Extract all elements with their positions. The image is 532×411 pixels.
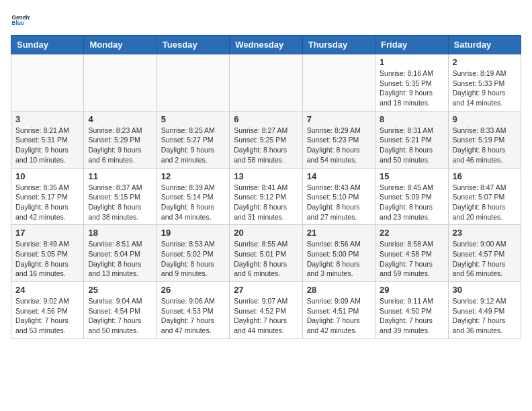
calendar-cell: 17Sunrise: 8:49 AM Sunset: 5:05 PM Dayli… bbox=[11, 225, 84, 282]
day-info: Sunrise: 8:49 AM Sunset: 5:05 PM Dayligh… bbox=[15, 239, 79, 279]
calendar-cell: 25Sunrise: 9:04 AM Sunset: 4:54 PM Dayli… bbox=[84, 282, 157, 339]
day-info: Sunrise: 8:43 AM Sunset: 5:10 PM Dayligh… bbox=[307, 183, 371, 222]
day-number: 4 bbox=[88, 114, 152, 124]
day-number: 20 bbox=[234, 228, 298, 238]
day-header-wednesday: Wednesday bbox=[230, 36, 302, 54]
day-number: 30 bbox=[453, 285, 517, 295]
day-number: 9 bbox=[453, 114, 517, 124]
calendar-header-row: SundayMondayTuesdayWednesdayThursdayFrid… bbox=[11, 36, 521, 54]
calendar-cell: 9Sunrise: 8:33 AM Sunset: 5:19 PM Daylig… bbox=[448, 111, 521, 168]
calendar-cell: 28Sunrise: 9:09 AM Sunset: 4:51 PM Dayli… bbox=[302, 282, 375, 339]
calendar-cell: 16Sunrise: 8:47 AM Sunset: 5:07 PM Dayli… bbox=[448, 168, 521, 225]
day-number: 26 bbox=[161, 285, 225, 295]
calendar-cell: 12Sunrise: 8:39 AM Sunset: 5:14 PM Dayli… bbox=[157, 168, 229, 225]
day-info: Sunrise: 8:23 AM Sunset: 5:29 PM Dayligh… bbox=[88, 126, 152, 165]
day-info: Sunrise: 9:07 AM Sunset: 4:52 PM Dayligh… bbox=[234, 296, 298, 336]
day-header-thursday: Thursday bbox=[302, 36, 375, 54]
day-number: 21 bbox=[307, 228, 371, 238]
calendar-cell bbox=[11, 54, 84, 111]
day-info: Sunrise: 8:47 AM Sunset: 5:07 PM Dayligh… bbox=[453, 183, 517, 222]
day-header-tuesday: Tuesday bbox=[157, 36, 229, 54]
calendar-cell: 26Sunrise: 9:06 AM Sunset: 4:53 PM Dayli… bbox=[157, 282, 229, 339]
calendar-cell: 1Sunrise: 8:16 AM Sunset: 5:35 PM Daylig… bbox=[375, 54, 448, 111]
day-info: Sunrise: 8:56 AM Sunset: 5:00 PM Dayligh… bbox=[307, 239, 371, 279]
day-info: Sunrise: 8:25 AM Sunset: 5:27 PM Dayligh… bbox=[161, 126, 225, 165]
logo: General Blue bbox=[11, 11, 30, 30]
day-info: Sunrise: 8:33 AM Sunset: 5:19 PM Dayligh… bbox=[453, 126, 517, 165]
day-info: Sunrise: 8:45 AM Sunset: 5:09 PM Dayligh… bbox=[380, 183, 443, 222]
day-info: Sunrise: 8:35 AM Sunset: 5:17 PM Dayligh… bbox=[15, 183, 79, 222]
day-info: Sunrise: 9:11 AM Sunset: 4:50 PM Dayligh… bbox=[380, 296, 443, 336]
day-info: Sunrise: 8:51 AM Sunset: 5:04 PM Dayligh… bbox=[88, 239, 152, 279]
day-header-saturday: Saturday bbox=[448, 36, 521, 54]
day-number: 14 bbox=[307, 171, 371, 181]
day-number: 15 bbox=[380, 171, 443, 181]
day-number: 18 bbox=[88, 228, 152, 238]
day-info: Sunrise: 8:58 AM Sunset: 4:58 PM Dayligh… bbox=[380, 239, 443, 279]
day-info: Sunrise: 9:00 AM Sunset: 4:57 PM Dayligh… bbox=[453, 239, 517, 279]
day-info: Sunrise: 8:37 AM Sunset: 5:15 PM Dayligh… bbox=[88, 183, 152, 222]
svg-text:Blue: Blue bbox=[11, 19, 24, 26]
day-info: Sunrise: 8:21 AM Sunset: 5:31 PM Dayligh… bbox=[15, 126, 79, 165]
day-number: 5 bbox=[161, 114, 225, 124]
calendar-week-row: 10Sunrise: 8:35 AM Sunset: 5:17 PM Dayli… bbox=[11, 168, 521, 225]
day-number: 3 bbox=[15, 114, 79, 124]
day-header-sunday: Sunday bbox=[11, 36, 84, 54]
calendar-cell: 13Sunrise: 8:41 AM Sunset: 5:12 PM Dayli… bbox=[230, 168, 302, 225]
header: General Blue bbox=[11, 11, 521, 30]
day-info: Sunrise: 9:09 AM Sunset: 4:51 PM Dayligh… bbox=[307, 296, 371, 336]
day-number: 25 bbox=[88, 285, 152, 295]
day-info: Sunrise: 8:31 AM Sunset: 5:21 PM Dayligh… bbox=[380, 126, 443, 165]
day-number: 7 bbox=[307, 114, 371, 124]
calendar-cell: 22Sunrise: 8:58 AM Sunset: 4:58 PM Dayli… bbox=[375, 225, 448, 282]
calendar-cell: 5Sunrise: 8:25 AM Sunset: 5:27 PM Daylig… bbox=[157, 111, 229, 168]
day-info: Sunrise: 9:02 AM Sunset: 4:56 PM Dayligh… bbox=[15, 296, 79, 336]
day-number: 17 bbox=[15, 228, 79, 238]
calendar-cell: 20Sunrise: 8:55 AM Sunset: 5:01 PM Dayli… bbox=[230, 225, 302, 282]
day-info: Sunrise: 9:04 AM Sunset: 4:54 PM Dayligh… bbox=[88, 296, 152, 336]
day-number: 24 bbox=[15, 285, 79, 295]
day-info: Sunrise: 9:12 AM Sunset: 4:49 PM Dayligh… bbox=[453, 296, 517, 336]
day-number: 12 bbox=[161, 171, 225, 181]
calendar-week-row: 1Sunrise: 8:16 AM Sunset: 5:35 PM Daylig… bbox=[11, 54, 521, 111]
calendar-cell: 10Sunrise: 8:35 AM Sunset: 5:17 PM Dayli… bbox=[11, 168, 84, 225]
day-number: 23 bbox=[453, 228, 517, 238]
day-info: Sunrise: 8:29 AM Sunset: 5:23 PM Dayligh… bbox=[307, 126, 371, 165]
calendar-cell: 15Sunrise: 8:45 AM Sunset: 5:09 PM Dayli… bbox=[375, 168, 448, 225]
day-number: 2 bbox=[453, 57, 517, 67]
calendar-table: SundayMondayTuesdayWednesdayThursdayFrid… bbox=[11, 35, 521, 339]
calendar-cell bbox=[157, 54, 229, 111]
day-info: Sunrise: 9:06 AM Sunset: 4:53 PM Dayligh… bbox=[161, 296, 225, 336]
calendar-cell: 24Sunrise: 9:02 AM Sunset: 4:56 PM Dayli… bbox=[11, 282, 84, 339]
calendar-week-row: 24Sunrise: 9:02 AM Sunset: 4:56 PM Dayli… bbox=[11, 282, 521, 339]
calendar-cell: 4Sunrise: 8:23 AM Sunset: 5:29 PM Daylig… bbox=[84, 111, 157, 168]
day-number: 19 bbox=[161, 228, 225, 238]
day-info: Sunrise: 8:39 AM Sunset: 5:14 PM Dayligh… bbox=[161, 183, 225, 222]
day-number: 13 bbox=[234, 171, 298, 181]
calendar-cell bbox=[84, 54, 157, 111]
calendar-cell: 21Sunrise: 8:56 AM Sunset: 5:00 PM Dayli… bbox=[302, 225, 375, 282]
calendar-cell: 7Sunrise: 8:29 AM Sunset: 5:23 PM Daylig… bbox=[302, 111, 375, 168]
calendar-cell: 3Sunrise: 8:21 AM Sunset: 5:31 PM Daylig… bbox=[11, 111, 84, 168]
day-number: 11 bbox=[88, 171, 152, 181]
day-number: 8 bbox=[380, 114, 443, 124]
day-header-monday: Monday bbox=[84, 36, 157, 54]
day-number: 22 bbox=[380, 228, 443, 238]
day-number: 16 bbox=[453, 171, 517, 181]
logo-icon: General Blue bbox=[11, 11, 30, 30]
calendar-cell: 27Sunrise: 9:07 AM Sunset: 4:52 PM Dayli… bbox=[230, 282, 302, 339]
day-info: Sunrise: 8:27 AM Sunset: 5:25 PM Dayligh… bbox=[234, 126, 298, 165]
calendar-cell: 11Sunrise: 8:37 AM Sunset: 5:15 PM Dayli… bbox=[84, 168, 157, 225]
day-info: Sunrise: 8:19 AM Sunset: 5:33 PM Dayligh… bbox=[453, 68, 517, 108]
calendar-cell: 19Sunrise: 8:53 AM Sunset: 5:02 PM Dayli… bbox=[157, 225, 229, 282]
calendar-cell: 29Sunrise: 9:11 AM Sunset: 4:50 PM Dayli… bbox=[375, 282, 448, 339]
calendar-cell: 18Sunrise: 8:51 AM Sunset: 5:04 PM Dayli… bbox=[84, 225, 157, 282]
calendar-cell: 30Sunrise: 9:12 AM Sunset: 4:49 PM Dayli… bbox=[448, 282, 521, 339]
calendar-cell bbox=[230, 54, 302, 111]
day-info: Sunrise: 8:16 AM Sunset: 5:35 PM Dayligh… bbox=[380, 68, 443, 108]
calendar-cell: 8Sunrise: 8:31 AM Sunset: 5:21 PM Daylig… bbox=[375, 111, 448, 168]
calendar-week-row: 3Sunrise: 8:21 AM Sunset: 5:31 PM Daylig… bbox=[11, 111, 521, 168]
calendar-cell: 6Sunrise: 8:27 AM Sunset: 5:25 PM Daylig… bbox=[230, 111, 302, 168]
day-number: 10 bbox=[15, 171, 79, 181]
day-number: 27 bbox=[234, 285, 298, 295]
